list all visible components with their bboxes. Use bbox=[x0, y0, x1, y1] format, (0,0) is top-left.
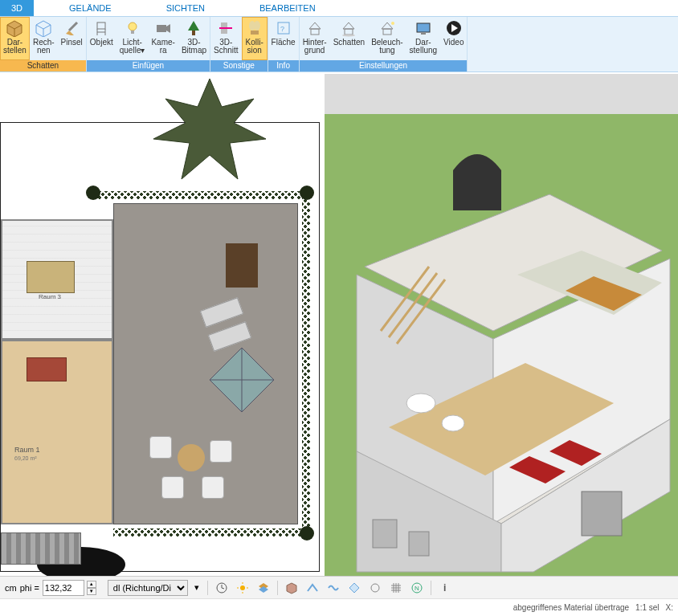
darstellen-button[interactable]: Dar- stellen bbox=[0, 17, 30, 60]
chair bbox=[161, 476, 184, 499]
info-small-icon[interactable]: i bbox=[436, 579, 454, 597]
objekt-button[interactable]: Objekt bbox=[87, 17, 116, 60]
group-label-einfuegen: Einfügen bbox=[87, 60, 210, 71]
chair bbox=[210, 440, 232, 463]
kamera-label: Kame- ra bbox=[151, 39, 174, 55]
chair bbox=[202, 476, 224, 499]
diamond-icon[interactable] bbox=[345, 579, 363, 597]
svg-marker-31 bbox=[382, 22, 393, 29]
svg-text:?: ? bbox=[280, 25, 284, 33]
kollision-button[interactable]: Kolli- sion bbox=[242, 17, 268, 60]
svg-rect-9 bbox=[97, 22, 105, 29]
phi-spinner[interactable]: ▲▼ bbox=[87, 581, 96, 595]
room1-area: 69,20 m² bbox=[14, 455, 37, 461]
chevron-down-icon[interactable]: ▾ bbox=[191, 582, 202, 593]
bottom-toolbar: cm phi = ▲▼ dl (Richtung/Di ▾ N i bbox=[0, 576, 678, 598]
grid-icon[interactable] bbox=[387, 579, 405, 597]
status-scale: 1:1 sel bbox=[635, 603, 659, 612]
svg-marker-28 bbox=[343, 22, 354, 29]
svg-point-22 bbox=[254, 21, 260, 31]
hintergrund-button[interactable]: Hinter- grund bbox=[300, 17, 330, 60]
beleuchtung-button[interactable]: Beleuch- tung bbox=[368, 17, 406, 60]
svg-point-30 bbox=[342, 35, 355, 37]
screen-icon bbox=[415, 19, 432, 37]
group-label-sonstige: Sonstige bbox=[210, 60, 268, 71]
svg-rect-15 bbox=[157, 25, 166, 32]
room-1: Raum 1 69,20 m² bbox=[1, 340, 113, 524]
snap-icon[interactable] bbox=[304, 579, 321, 597]
house-light-icon bbox=[378, 19, 396, 37]
svg-point-55 bbox=[406, 394, 435, 413]
group-label-schatten: Schatten bbox=[0, 60, 86, 71]
lichtquelle-button[interactable]: Licht- quelle▾ bbox=[116, 17, 149, 60]
2d-view-pane[interactable]: Raum 3 Raum 1 69,20 m² bbox=[0, 74, 321, 576]
tab-bearbeiten[interactable]: BEARBEITEN bbox=[248, 0, 327, 16]
collision-icon bbox=[246, 19, 263, 37]
tab-sichten[interactable]: SICHTEN bbox=[155, 0, 216, 16]
svg-marker-38 bbox=[153, 79, 266, 179]
svg-line-5 bbox=[36, 25, 43, 29]
north-icon[interactable]: N bbox=[408, 579, 426, 597]
status-bar: abgegriffenes Material übertrage 1:1 sel… bbox=[0, 598, 678, 616]
section-icon bbox=[217, 19, 235, 37]
svg-point-65 bbox=[240, 585, 245, 590]
kamera-button[interactable]: Kame- ra bbox=[148, 17, 178, 60]
flaeche-button[interactable]: ? Fläche bbox=[268, 17, 299, 60]
cube-small-icon[interactable] bbox=[283, 579, 300, 597]
cube-ortho-icon bbox=[35, 19, 52, 37]
objekt-label: Objekt bbox=[90, 39, 113, 47]
direction-dropdown[interactable]: dl (Richtung/Di bbox=[108, 580, 188, 596]
svg-marker-73 bbox=[349, 583, 359, 593]
pinsel-label: Pinsel bbox=[61, 39, 83, 47]
ribbon-group-schatten: Dar- stellen Rech- nen Pinsel Schatten bbox=[0, 17, 87, 71]
tab-3d[interactable]: 3D bbox=[0, 0, 34, 16]
play-icon bbox=[445, 19, 463, 37]
chair bbox=[149, 436, 172, 459]
tab-strip: 3D GELÄNDE SICHTEN BEARBEITEN bbox=[0, 0, 678, 16]
ribbon: Dar- stellen Rech- nen Pinsel Schatten O… bbox=[0, 16, 678, 72]
3dschnitt-label: 3D- Schnitt bbox=[214, 39, 239, 55]
rechnen-label: Rech- nen bbox=[33, 39, 55, 55]
sun-icon[interactable] bbox=[234, 579, 251, 597]
bush-corner bbox=[86, 186, 100, 200]
tree-icon bbox=[185, 19, 202, 37]
3dbitmap-button[interactable]: 3D- Bitmap bbox=[178, 17, 210, 60]
circle-icon[interactable] bbox=[366, 579, 384, 597]
video-button[interactable]: Video bbox=[440, 17, 467, 60]
workspace: Raum 3 Raum 1 69,20 m² bbox=[0, 74, 678, 576]
darstellung-button[interactable]: Dar- stellung bbox=[406, 17, 440, 60]
clock-icon[interactable] bbox=[213, 579, 231, 597]
3d-house bbox=[325, 74, 678, 576]
rechnen-button[interactable]: Rech- nen bbox=[30, 17, 58, 60]
room3-label: Raum 3 bbox=[39, 293, 61, 300]
desk bbox=[27, 357, 67, 381]
hedge-top bbox=[93, 191, 310, 199]
3dschnitt-button[interactable]: 3D- Schnitt bbox=[210, 17, 242, 60]
outdoor-table bbox=[226, 243, 258, 288]
tab-gelaende[interactable]: GELÄNDE bbox=[58, 0, 123, 16]
svg-point-33 bbox=[391, 22, 394, 25]
status-text: abgegriffenes Material übertrage bbox=[513, 603, 629, 612]
schatten2-label: Schatten bbox=[333, 39, 365, 47]
3dbitmap-label: 3D- Bitmap bbox=[182, 39, 206, 55]
pinsel-button[interactable]: Pinsel bbox=[58, 17, 86, 60]
umbrella bbox=[210, 348, 274, 412]
svg-point-74 bbox=[371, 584, 379, 592]
layers-icon[interactable] bbox=[255, 579, 272, 597]
ribbon-group-einstellungen: Hinter- grund Schatten Beleuch- tung Dar… bbox=[300, 17, 468, 71]
bush-corner bbox=[300, 186, 314, 200]
hedge-right bbox=[302, 191, 310, 536]
phi-input[interactable] bbox=[43, 580, 84, 596]
wave-icon[interactable] bbox=[325, 579, 342, 597]
schatten2-button[interactable]: Schatten bbox=[330, 17, 368, 60]
3d-view-pane[interactable] bbox=[325, 74, 678, 576]
brush-icon bbox=[63, 19, 80, 37]
svg-rect-59 bbox=[409, 532, 429, 556]
area-icon: ? bbox=[275, 19, 292, 37]
unit-label: cm bbox=[5, 583, 17, 593]
hintergrund-label: Hinter- grund bbox=[303, 39, 327, 55]
darstellung-label: Dar- stellung bbox=[410, 39, 437, 55]
house-bg-icon bbox=[306, 19, 324, 37]
hedge-bottom bbox=[113, 528, 310, 536]
lichtquelle-label: Licht- quelle▾ bbox=[120, 39, 145, 55]
